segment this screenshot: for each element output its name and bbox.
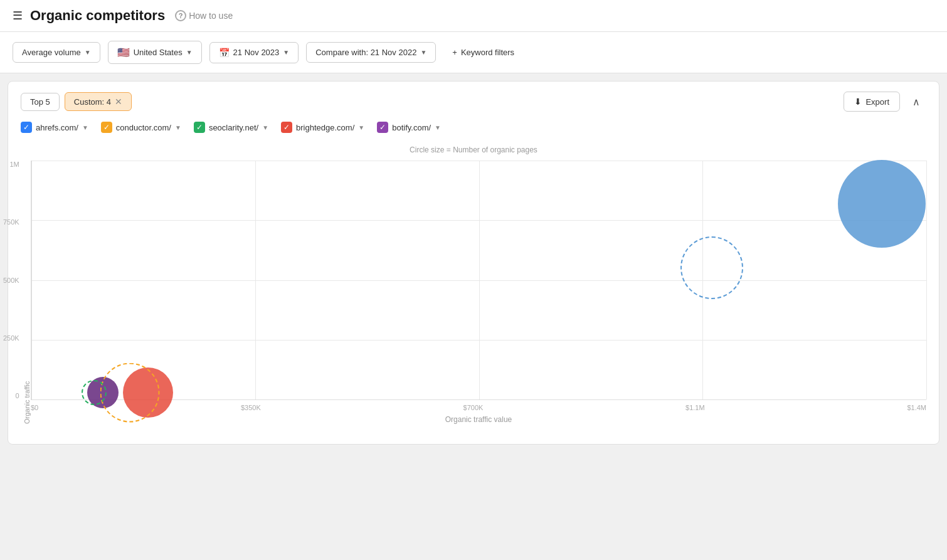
chart-header: Top 5 Custom: 4 ✕ ⬇ Export ∧ bbox=[21, 92, 926, 112]
chart-wrapper: Organic traffic 1M 750K 500K 250K 0 bbox=[21, 161, 926, 424]
menu-icon[interactable]: ☰ bbox=[13, 9, 23, 23]
competitor-brightedge[interactable]: ✓ brightedge.com/ ▼ bbox=[281, 122, 364, 133]
x-label-1-4m: $1.4M bbox=[907, 404, 926, 411]
x-axis-label: Organic traffic value bbox=[31, 415, 926, 424]
competitor-name-seoclarity: seoclarity.net/ bbox=[209, 123, 258, 132]
competitor-ahrefs[interactable]: ✓ ahrefs.com/ ▼ bbox=[21, 122, 88, 133]
export-icon: ⬇ bbox=[854, 97, 862, 107]
competitor-name-ahrefs: ahrefs.com/ bbox=[36, 123, 78, 132]
x-label-350k: $350K bbox=[241, 404, 261, 411]
dropdown-arrow-country: ▼ bbox=[186, 49, 193, 56]
compare-filter[interactable]: Compare with: 21 Nov 2022 ▼ bbox=[306, 42, 436, 63]
keyword-filters-button[interactable]: + Keyword filters bbox=[443, 43, 523, 62]
x-label-700k: $700K bbox=[463, 404, 484, 411]
country-filter[interactable]: 🇺🇸 United States ▼ bbox=[108, 41, 202, 64]
page-title: Organic competitors bbox=[30, 8, 165, 24]
country-flag: 🇺🇸 bbox=[117, 46, 130, 58]
competitor-arrow-botify: ▼ bbox=[435, 124, 441, 131]
grid-lines-vertical bbox=[31, 161, 926, 399]
export-label: Export bbox=[865, 97, 889, 107]
grid-area: 1M 750K 500K 250K 0 bbox=[31, 161, 926, 400]
plus-icon: + bbox=[452, 48, 457, 57]
date-filter[interactable]: 📅 21 Nov 2023 ▼ bbox=[209, 42, 299, 63]
compare-label: Compare with: 21 Nov 2022 bbox=[315, 48, 416, 57]
checkbox-conductor: ✓ bbox=[101, 122, 112, 133]
filter-bar: Average volume ▼ 🇺🇸 United States ▼ 📅 21… bbox=[0, 32, 947, 73]
checkbox-seoclarity: ✓ bbox=[194, 122, 205, 133]
y-axis-label: Organic traffic bbox=[21, 161, 31, 424]
tab-group: Top 5 Custom: 4 ✕ bbox=[21, 92, 132, 111]
checkbox-botify: ✓ bbox=[377, 122, 388, 133]
dropdown-arrow-compare: ▼ bbox=[420, 49, 426, 56]
average-volume-filter[interactable]: Average volume ▼ bbox=[13, 42, 100, 63]
y-label-500k: 500K bbox=[3, 277, 19, 284]
export-button[interactable]: ⬇ Export bbox=[844, 92, 900, 112]
average-volume-label: Average volume bbox=[22, 48, 81, 57]
competitor-name-conductor: conductor.com/ bbox=[116, 123, 171, 132]
date-label: 21 Nov 2023 bbox=[233, 48, 280, 57]
how-to-use-link[interactable]: ? How to use bbox=[175, 10, 233, 21]
bubble-ahrefs-solid[interactable] bbox=[838, 160, 926, 248]
competitor-name-botify: botify.com/ bbox=[392, 123, 431, 132]
dropdown-arrow-volume: ▼ bbox=[85, 49, 91, 56]
tab-custom-label: Custom: 4 bbox=[74, 97, 111, 107]
country-label: United States bbox=[134, 48, 183, 57]
competitor-arrow-ahrefs: ▼ bbox=[82, 124, 88, 131]
competitors-row: ✓ ahrefs.com/ ▼ ✓ conductor.com/ ▼ ✓ seo… bbox=[21, 122, 926, 133]
competitor-botify[interactable]: ✓ botify.com/ ▼ bbox=[377, 122, 441, 133]
competitor-name-brightedge: brightedge.com/ bbox=[296, 123, 354, 132]
circle-size-note: Circle size = Number of organic pages bbox=[21, 145, 926, 154]
how-to-use-label: How to use bbox=[189, 11, 233, 21]
competitor-arrow-seoclarity: ▼ bbox=[262, 124, 268, 131]
competitor-conductor[interactable]: ✓ conductor.com/ ▼ bbox=[101, 122, 181, 133]
y-label-1m: 1M bbox=[3, 161, 19, 168]
x-label-0: $0 bbox=[31, 404, 38, 411]
y-label-750k: 750K bbox=[3, 218, 19, 226]
bubble-ahrefs-dashed bbox=[680, 236, 743, 299]
tab-custom[interactable]: Custom: 4 ✕ bbox=[65, 92, 132, 111]
bubble-conductor-dashed bbox=[100, 362, 159, 422]
calendar-icon: 📅 bbox=[219, 48, 230, 58]
question-mark-icon: ? bbox=[175, 10, 186, 21]
close-custom-tab-icon[interactable]: ✕ bbox=[115, 97, 122, 107]
tab-top5[interactable]: Top 5 bbox=[21, 93, 60, 111]
keyword-filters-label: Keyword filters bbox=[461, 48, 514, 57]
chart-inner: 1M 750K 500K 250K 0 bbox=[31, 161, 926, 424]
competitor-seoclarity[interactable]: ✓ seoclarity.net/ ▼ bbox=[194, 122, 268, 133]
y-label-0: 0 bbox=[3, 392, 19, 399]
header-right: ⬇ Export ∧ bbox=[844, 92, 926, 112]
top-bar: ☰ Organic competitors ? How to use bbox=[0, 0, 947, 32]
y-label-250k: 250K bbox=[3, 334, 19, 342]
competitor-arrow-brightedge: ▼ bbox=[358, 124, 364, 131]
x-label-1-1m: $1.1M bbox=[685, 404, 705, 411]
bubble-seoclarity-dashed bbox=[82, 380, 107, 405]
checkbox-brightedge: ✓ bbox=[281, 122, 292, 133]
checkbox-ahrefs: ✓ bbox=[21, 122, 32, 133]
chart-area: Circle size = Number of organic pages Or… bbox=[21, 145, 926, 434]
collapse-button[interactable]: ∧ bbox=[906, 92, 926, 112]
main-content: Top 5 Custom: 4 ✕ ⬇ Export ∧ ✓ ahrefs.co… bbox=[8, 81, 939, 445]
competitor-arrow-conductor: ▼ bbox=[175, 124, 181, 131]
dropdown-arrow-date: ▼ bbox=[283, 49, 289, 56]
